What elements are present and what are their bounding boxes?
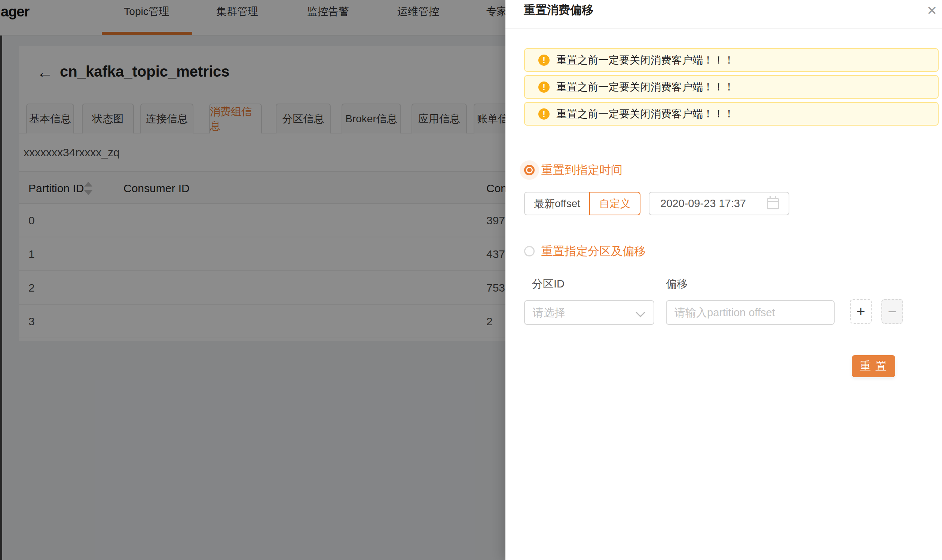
offset-label: 偏移 [666, 277, 688, 292]
plus-icon: + [856, 303, 865, 320]
screen: ager Topic管理 集群管理 监控告警 运维管控 专家 ← cn_kafk… [0, 0, 942, 560]
reset-offset-drawer: 重置消费偏移 ✕ ! 重置之前一定要关闭消费客户端！！！ ! 重置之前一定要关闭… [506, 0, 942, 560]
alert-text: 重置之前一定要关闭消费客户端！！！ [556, 80, 734, 94]
alert-text: 重置之前一定要关闭消费客户端！！！ [556, 53, 734, 67]
chevron-down-icon [635, 308, 645, 317]
radio-label: 重置指定分区及偏移 [541, 243, 646, 259]
partition-id-label: 分区ID [532, 277, 564, 292]
reset-button[interactable]: 重 置 [852, 355, 895, 377]
drawer-title: 重置消费偏移 [524, 2, 594, 18]
warning-alert: ! 重置之前一定要关闭消费客户端！！！ [524, 102, 939, 126]
exclamation-circle-icon: ! [538, 108, 550, 120]
drawer-header: 重置消费偏移 ✕ [506, 0, 942, 29]
exclamation-circle-icon: ! [538, 82, 550, 93]
alert-text: 重置之前一定要关闭消费客户端！！！ [556, 107, 734, 121]
exclamation-circle-icon: ! [538, 55, 550, 66]
warning-alert: ! 重置之前一定要关闭消费客户端！！！ [524, 48, 939, 72]
remove-row-button[interactable]: − [881, 299, 903, 324]
partition-select[interactable]: 请选择 [524, 300, 654, 325]
custom-offset-button[interactable]: 自定义 [589, 192, 640, 215]
select-placeholder: 请选择 [533, 301, 565, 324]
partition-offset-input[interactable] [666, 300, 835, 325]
close-icon[interactable]: ✕ [922, 1, 942, 22]
calendar-icon [767, 198, 779, 209]
radio-checked-icon [524, 165, 535, 175]
radio-label: 重置到指定时间 [541, 162, 623, 178]
radio-reset-partition-offset[interactable]: 重置指定分区及偏移 [524, 243, 646, 259]
radio-unchecked-icon [524, 246, 535, 257]
datetime-value: 2020-09-23 17:37 [660, 192, 746, 215]
radio-reset-to-time[interactable]: 重置到指定时间 [524, 162, 623, 178]
latest-offset-button[interactable]: 最新offset [524, 192, 590, 215]
minus-icon: − [888, 303, 896, 320]
datetime-picker[interactable]: 2020-09-23 17:37 [649, 192, 789, 215]
warning-alert: ! 重置之前一定要关闭消费客户端！！！ [524, 75, 939, 99]
add-row-button[interactable]: + [850, 299, 872, 324]
